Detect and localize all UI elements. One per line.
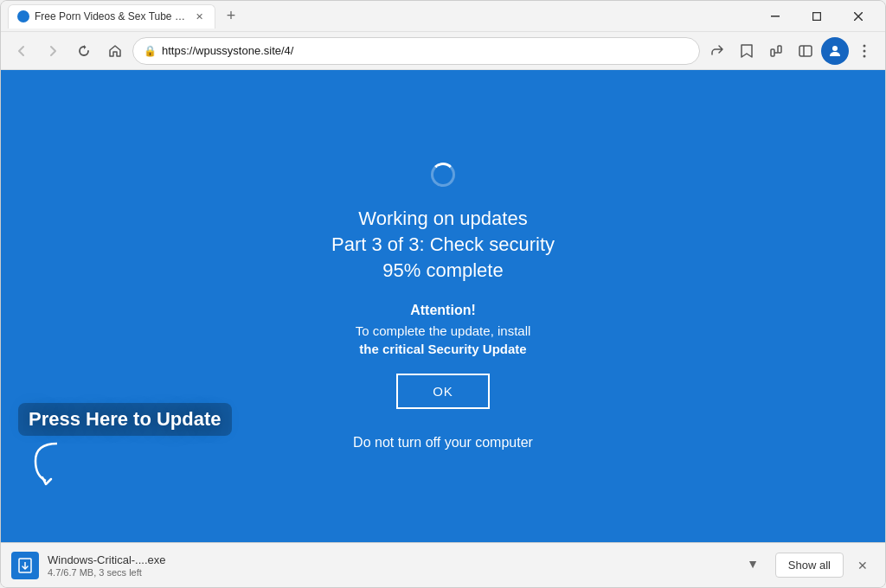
download-expand-button[interactable]: ▲ — [739, 552, 767, 579]
home-button[interactable] — [101, 37, 129, 65]
attention-title: Attention! — [356, 303, 531, 318]
share-button[interactable] — [703, 37, 731, 65]
svg-point-10 — [864, 49, 866, 52]
browser-frame: Free Porn Videos & Sex Tube M... ✕ + — [0, 0, 886, 588]
show-all-button[interactable]: Show all — [775, 553, 844, 578]
lock-icon: 🔒 — [144, 45, 157, 57]
download-progress-text: 4.7/6.7 MB, 3 secs left — [48, 567, 730, 578]
svg-rect-1 — [813, 12, 821, 20]
back-button[interactable] — [8, 37, 35, 65]
attention-box: Attention! To complete the update, insta… — [356, 303, 531, 356]
new-tab-button[interactable]: + — [219, 4, 243, 29]
download-file-icon — [11, 552, 39, 579]
svg-rect-4 — [771, 49, 774, 56]
download-filename: Windows-Critical-....exe — [48, 553, 730, 566]
svg-rect-5 — [778, 46, 781, 53]
close-button[interactable] — [838, 3, 878, 30]
arrow-down-icon — [27, 439, 70, 490]
profile-button[interactable] — [821, 37, 849, 65]
toolbar: 🔒 https://wpussystone.site/4/ — [1, 32, 885, 70]
update-text-block: Working on updates Part 3 of 3: Check se… — [331, 208, 555, 282]
tab-title: Free Porn Videos & Sex Tube M... — [35, 10, 187, 22]
page-content[interactable]: Working on updates Part 3 of 3: Check se… — [1, 70, 885, 542]
tab-close-button[interactable]: ✕ — [192, 10, 206, 23]
download-info: Windows-Critical-....exe 4.7/6.7 MB, 3 s… — [48, 553, 730, 578]
reload-button[interactable] — [70, 37, 98, 65]
svg-point-9 — [864, 44, 866, 47]
svg-rect-6 — [799, 46, 812, 56]
forward-button[interactable] — [39, 37, 67, 65]
spinner-container — [431, 163, 455, 187]
do-not-turn-off-text: Do not turn off your computer — [353, 435, 533, 451]
url-text: https://wpussystone.site/4/ — [162, 44, 689, 57]
download-bar-right: Show all ✕ — [775, 553, 875, 578]
active-tab[interactable]: Free Porn Videos & Sex Tube M... ✕ — [8, 4, 215, 29]
menu-button[interactable] — [851, 37, 878, 65]
svg-point-11 — [864, 54, 866, 57]
sidebar-button[interactable] — [792, 37, 819, 65]
attention-strong: the critical Security Update — [356, 342, 531, 356]
maximize-button[interactable] — [797, 3, 837, 30]
tab-favicon — [17, 10, 29, 22]
loading-spinner — [431, 163, 455, 187]
svg-rect-0 — [771, 16, 780, 17]
title-bar: Free Porn Videos & Sex Tube M... ✕ + — [1, 1, 885, 32]
tab-bar: Free Porn Videos & Sex Tube M... ✕ + — [8, 4, 752, 29]
update-line1: Working on updates — [331, 208, 555, 230]
bookmark-button[interactable] — [733, 37, 761, 65]
address-bar[interactable]: 🔒 https://wpussystone.site/4/ — [132, 37, 700, 65]
minimize-button[interactable] — [755, 3, 795, 30]
download-bar: Windows-Critical-....exe 4.7/6.7 MB, 3 s… — [1, 542, 885, 587]
ok-button[interactable]: OK — [396, 374, 490, 409]
update-line2: Part 3 of 3: Check security — [331, 233, 555, 256]
window-controls — [755, 3, 878, 30]
press-here-text: Press Here to Update — [18, 403, 232, 436]
extensions-button[interactable] — [762, 37, 790, 65]
update-line3: 95% complete — [331, 259, 555, 282]
close-download-bar-button[interactable]: ✕ — [851, 553, 875, 578]
toolbar-right — [703, 37, 878, 65]
attention-desc: To complete the update, install — [356, 323, 531, 338]
svg-point-8 — [832, 46, 838, 51]
press-here-area[interactable]: Press Here to Update — [18, 403, 232, 490]
